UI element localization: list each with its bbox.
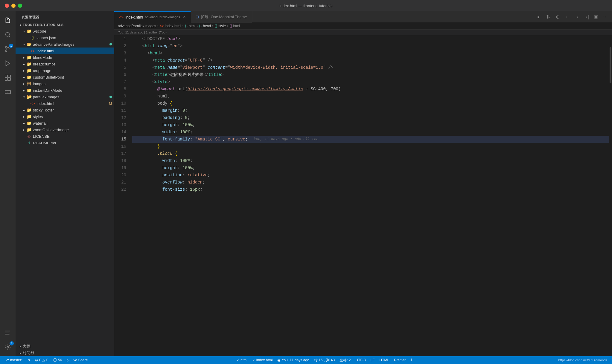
files-icon[interactable] [1,14,14,27]
errors-status[interactable]: ⊗ 0 △ 0 [33,356,51,364]
sep-2: › [182,24,184,28]
run-icon[interactable] [1,57,14,70]
window-title: index.html — frontend-tutorials [279,4,332,8]
ln-11: 11 [114,107,126,114]
encoding-status[interactable]: UTF-8 [353,358,368,362]
live-share-status[interactable]: ▷ Live Share [64,356,90,364]
layout-button[interactable]: ▣ [592,13,600,21]
breadcrumb-1[interactable]: advanceParallaxImages [118,24,156,28]
formatter-status[interactable]: Prettier [392,358,408,362]
code-line-4: <meta charset="UTF-8" /> [132,57,609,64]
images-arrow: ▸ [22,81,26,86]
ir-button[interactable]: ir [534,13,543,21]
advance-parallax-folder[interactable]: ▾ 📂 advanceParallaxImages [16,41,114,48]
instantdark-folder[interactable]: ▸ 📁 instantDarkMode [16,87,114,94]
format-check-label: html [240,358,247,362]
vscode-folder[interactable]: ▾ 📁 .vscode [16,28,114,34]
outline-arrow: ▸ [18,344,23,349]
spaces-status[interactable]: 空格: 2 [337,358,353,363]
ln-3: 3 [114,50,126,57]
instantdark-icon: 📁 [26,88,32,93]
line-ending-status[interactable]: LF [368,358,377,362]
line-col-status[interactable]: 行 15，列 43 [312,358,337,363]
scrollbar[interactable] [609,35,612,356]
code-line-1: <!DOCTYPE html> [132,35,609,42]
sync-status[interactable]: ↻ [25,356,33,364]
outline-section[interactable]: ▸ 大纲 [16,343,114,350]
custombullet-folder[interactable]: ▸ 📁 customBulletPoint [16,74,114,80]
advance-parallax-arrow: ▾ [22,42,26,47]
split-button[interactable]: ⇅ [544,13,552,21]
code-line-21: overflow: hidden; [132,179,609,186]
source-control-icon[interactable]: 1 [1,42,14,56]
styles-folder[interactable]: ▸ 📁 styles [16,113,114,120]
stickyfooter-folder[interactable]: ▸ 📁 stickyFooter [16,107,114,113]
format-check-status[interactable]: ✓ html [234,358,250,362]
blame-bar: You, 11 days ago | 1 author (You) [114,30,612,35]
blendmode-folder[interactable]: ▸ 📁 blendMode [16,54,114,61]
tab-index-html[interactable]: <> index.html advanceParallaxImages × [114,11,191,23]
extensions-icon[interactable] [1,71,14,84]
minimize-button[interactable] [11,4,16,8]
csdn-link[interactable]: https://blog.csdn.net/TriDiamonds [558,358,610,362]
code-line-15: font-family: "Amatic SC", cursive; You, … [132,136,609,143]
code-content[interactable]: <!DOCTYPE html> <html lang="en"> <head> … [130,35,609,356]
timeline-section[interactable]: ▸ 时间线 [16,350,114,356]
tab-close-1[interactable]: × [183,14,186,20]
outline-label: 大纲 [23,344,31,349]
breadcrumbs-folder[interactable]: ▸ 📁 breadcrumbs [16,61,114,67]
cropimage-icon: 📁 [26,68,32,73]
root-folder[interactable]: ▾ FRONTEND-TUTORIALS [16,22,114,28]
scrollbar-thumb [610,47,611,83]
maximize-button[interactable] [18,4,22,8]
parallax-icon: 📂 [26,94,32,100]
code-line-18: width: 100%; [132,157,609,164]
breadcrumb-5[interactable]: ⟨⟩ style [214,24,226,28]
readme-file[interactable]: ▸ ℹ README.md [16,140,114,146]
stickyfooter-label: stickyFooter [33,108,54,112]
settings-icon[interactable]: 1 [1,341,14,354]
nav-forward[interactable]: → [573,13,581,21]
git-blame-right-label: You, 11 days ago [281,358,309,362]
search-icon[interactable] [1,28,14,41]
waterfall-folder[interactable]: ▸ 📁 waterfall [16,120,114,126]
remote-status[interactable]: ⤴ [408,358,415,362]
nav-back[interactable]: ← [563,13,571,21]
formatter-label: Prettier [394,358,406,362]
license-file[interactable]: ▸ © LICENSE [16,133,114,140]
remote-icon[interactable] [1,85,14,99]
filename-status[interactable]: ✓ index.html [250,358,275,362]
git-branch-status[interactable]: ⎇ master* [2,356,25,364]
parallax-folder[interactable]: ▾ 📂 parallaxImages [16,94,114,100]
images-folder[interactable]: ▸ 🖼 images [16,80,114,87]
breadcrumb-2[interactable]: <> index.html [160,24,181,28]
outline-icon[interactable] [1,326,14,339]
window-controls[interactable] [5,4,22,8]
advance-parallax-index-html[interactable]: ▸ <> index.html [16,48,114,54]
breadcrumb-3[interactable]: ⟨⟩ html [185,24,196,28]
code-editor[interactable]: 1 2 3 4 5 6 7 8 9 10 11 12 13 14 15 16 1… [114,35,612,356]
svg-point-0 [6,33,10,36]
code-line-10: body { [132,100,609,107]
ln-19: 19 [114,164,126,172]
parallax-index-html[interactable]: ▸ <> index.html M [16,100,114,107]
nav-end[interactable]: →| [582,13,590,21]
breadcrumb-6[interactable]: ⟨⟩ html [229,24,240,28]
breadcrumb-4[interactable]: ⟨⟩ head [199,24,211,28]
code-line-6: <title>进阶视差图片效果</title> [132,71,609,78]
info-count-status[interactable]: ⓘ 56 [51,356,64,364]
overflow-menu[interactable]: ⋯ [601,13,610,21]
custombullet-label: customBulletPoint [33,75,64,79]
tab-extension[interactable]: ⊡ 扩展: One Monokai Theme [191,11,252,23]
zoom-folder[interactable]: ▸ 📁 zoomOnHoverImage [16,126,114,133]
code-line-3: <head> [132,50,609,57]
cropimage-folder[interactable]: ▸ 📁 cropImage [16,67,114,74]
close-button[interactable] [5,4,9,8]
ln-22: 22 [114,186,126,193]
code-line-20: position: relative; [132,172,609,179]
launch-json-file[interactable]: ▸ {} launch.json [16,34,114,41]
git-blame-right-status[interactable]: ◉ You, 11 days ago [275,358,311,362]
more-actions[interactable]: ⊕ [553,13,562,21]
language-status[interactable]: HTML [377,358,392,362]
svg-rect-10 [5,78,7,80]
